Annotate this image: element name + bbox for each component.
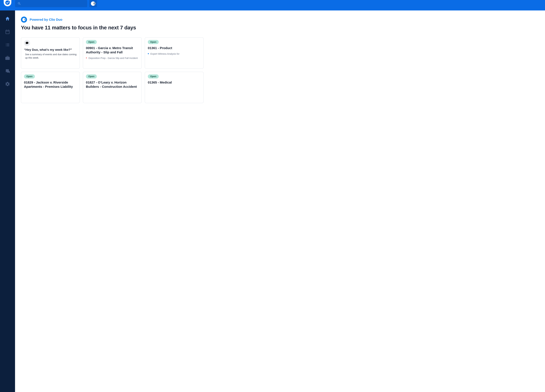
chat-bubble-icon xyxy=(24,40,30,46)
prompt-card-subtitle: See a summary of events and due dates co… xyxy=(24,53,77,60)
matter-card[interactable]: Open 01361 - Product Expert Witness Anal… xyxy=(145,37,204,69)
sidebar-item-communications[interactable] xyxy=(5,68,11,74)
task-dot-icon xyxy=(148,53,149,54)
app-header xyxy=(0,0,545,11)
matter-title: 01361 - Product xyxy=(148,46,201,50)
sidebar-item-home[interactable] xyxy=(5,16,11,22)
checkmark-shield-icon xyxy=(5,0,10,5)
calendar-icon xyxy=(5,29,10,34)
matter-task-label: Deposition Prep - Garcia Slip and Fall I… xyxy=(88,56,138,60)
status-badge: Open xyxy=(148,40,159,44)
matter-card[interactable]: Open 01829 - Jackson v. Riverside Apartm… xyxy=(21,72,80,103)
matter-task-label: Expert Witness Analysis for xyxy=(150,52,180,55)
clio-logo[interactable] xyxy=(4,0,11,6)
sidebar-item-matters[interactable] xyxy=(5,55,11,61)
briefcase-icon xyxy=(5,55,10,60)
list-icon xyxy=(5,42,10,48)
matter-task-row: Expert Witness Analysis for xyxy=(148,52,201,55)
matter-card[interactable]: Open 00901 - Garcia v. Metro Transit Aut… xyxy=(83,37,142,69)
logo-container xyxy=(0,0,15,6)
home-icon xyxy=(5,16,10,21)
matter-card[interactable]: Open 01365 - Medical xyxy=(145,72,204,103)
powered-by-label: Powered by Clio Duo xyxy=(30,18,62,21)
task-dot-icon xyxy=(86,57,87,59)
duo-prompt-card[interactable]: “Hey Duo, what’s my week like?” See a su… xyxy=(21,37,80,69)
duo-icon xyxy=(91,1,95,6)
matter-title: 01829 - Jackson v. Riverside Apartments … xyxy=(24,80,77,89)
search-icon xyxy=(18,2,21,6)
matter-card[interactable]: Open 01827 - O’Leary v. Horizon Builders… xyxy=(83,72,142,103)
app-body: Powered by Clio Duo You have 11 matters … xyxy=(0,11,545,392)
duo-badge-icon xyxy=(21,17,27,23)
prompt-card-title: “Hey Duo, what’s my week like?” xyxy=(24,48,77,52)
status-badge: Open xyxy=(86,40,97,44)
matter-task-row: Deposition Prep - Garcia Slip and Fall I… xyxy=(86,56,139,60)
global-search-input[interactable] xyxy=(15,0,87,7)
status-badge: Open xyxy=(148,74,159,78)
status-badge: Open xyxy=(24,74,35,78)
sidebar-item-settings[interactable] xyxy=(5,81,11,87)
gear-icon xyxy=(5,81,10,87)
page-title: You have 11 matters to focus in the next… xyxy=(21,25,545,30)
sidebar-item-tasks[interactable] xyxy=(5,42,11,48)
matter-title: 00901 - Garcia v. Metro Transit Authorit… xyxy=(86,46,139,54)
powered-by-row: Powered by Clio Duo xyxy=(21,17,545,23)
chat-icon xyxy=(5,68,10,74)
sidebar-nav xyxy=(0,11,15,392)
duo-assistant-button[interactable] xyxy=(89,0,97,7)
matter-card-grid: “Hey Duo, what’s my week like?” See a su… xyxy=(21,37,545,103)
main-content: Powered by Clio Duo You have 11 matters … xyxy=(15,11,545,392)
sidebar-item-calendar[interactable] xyxy=(5,29,11,35)
matter-title: 01827 - O’Leary v. Horizon Builders - Co… xyxy=(86,80,139,89)
status-badge: Open xyxy=(86,74,97,78)
matter-title: 01365 - Medical xyxy=(148,80,201,84)
